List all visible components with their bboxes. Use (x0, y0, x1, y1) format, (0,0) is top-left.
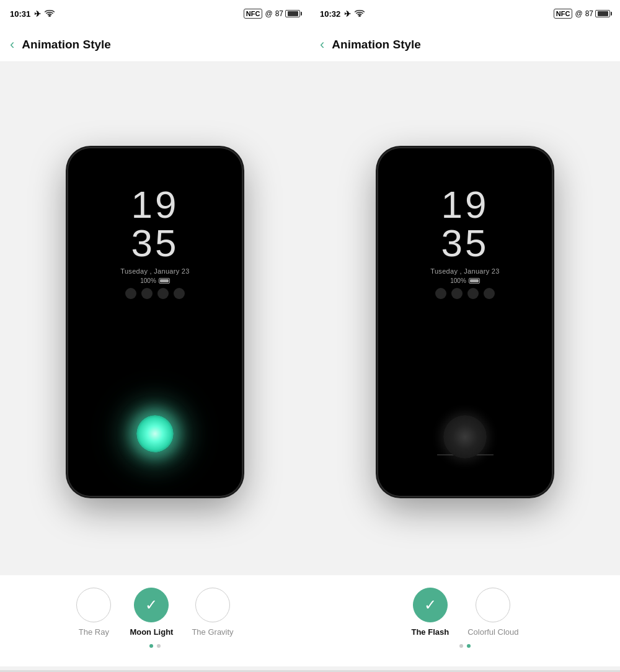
wifi-icon-left (45, 9, 55, 19)
wifi-icon-right (355, 9, 365, 19)
phone-min-left: 35 (131, 224, 179, 262)
phone-date-left: Tuseday , January 23 (120, 267, 189, 275)
airplane-icon-right: ✈ (344, 9, 351, 19)
nfc-badge-left: NFC (244, 9, 263, 19)
option-circle-ray (76, 588, 111, 622)
option-circle-gravity (195, 588, 230, 622)
status-left: 10:31 ✈ (10, 9, 55, 19)
option-ray[interactable]: The Ray (76, 588, 111, 637)
nfc-badge-right: NFC (554, 9, 573, 19)
option-label-colorful: Colorful Cloud (467, 627, 518, 637)
time-right: 10:32 (320, 9, 340, 19)
phone-hour-right: 19 (441, 186, 489, 224)
panel-right: 10:32 ✈ NFC @ 87 (310, 0, 620, 672)
phone-screen-left: 19 35 Tuseday , January 23 100% (68, 148, 242, 496)
status-right-right: NFC @ 87 (554, 9, 610, 19)
flash-orb-animation (443, 415, 487, 459)
at-icon-left: @ (265, 9, 272, 18)
header-right: ‹ Animation Style (310, 27, 620, 62)
option-gravity[interactable]: The Gravity (192, 588, 233, 637)
phone-hour-left: 19 (131, 186, 179, 224)
preview-area-right: 19 35 Tuseday , January 23 100% (310, 62, 620, 575)
option-label-moonlight: Moon Light (130, 627, 173, 637)
dots-left (149, 644, 161, 648)
option-circle-flash: ✓ (413, 588, 448, 622)
preview-area-left: 19 35 Tuseday , January 23 100% (0, 62, 310, 575)
header-left: ‹ Animation Style (0, 27, 310, 62)
phone-screen-right: 19 35 Tuseday , January 23 100% (378, 148, 552, 496)
status-left-right: 10:32 ✈ (320, 9, 365, 19)
time-left: 10:31 (10, 9, 30, 19)
at-icon-right: @ (575, 9, 582, 18)
status-bar-left: 10:31 ✈ NFC @ 87 (0, 0, 310, 27)
phone-mockup-left: 19 35 Tuseday , January 23 100% (68, 148, 242, 496)
back-button-right[interactable]: ‹ (320, 37, 324, 53)
options-row-left: The Ray ✓ Moon Light The Gravity (0, 588, 310, 637)
option-label-ray: The Ray (79, 627, 109, 637)
battery-left: 87 (275, 9, 300, 18)
status-right-left: NFC @ 87 (244, 9, 300, 19)
panel-left: 10:31 ✈ NFC @ 87 (0, 0, 310, 672)
battery-right: 87 (585, 9, 610, 18)
selection-area-right: ✓ The Flash Colorful Cloud (310, 575, 620, 666)
option-circle-colorful (476, 588, 510, 622)
phone-mockup-right: 19 35 Tuseday , January 23 100% (378, 148, 552, 496)
dot-2-left (157, 644, 161, 648)
back-button-left[interactable]: ‹ (10, 37, 14, 53)
option-moonlight[interactable]: ✓ Moon Light (130, 588, 173, 637)
dots-right (459, 644, 471, 648)
option-colorful[interactable]: Colorful Cloud (467, 588, 518, 637)
page-title-left: Animation Style (22, 38, 111, 52)
dot-2-right (467, 644, 471, 648)
page-title-right: Animation Style (332, 38, 421, 52)
svg-point-0 (49, 15, 50, 16)
phone-notifs-right (435, 288, 495, 299)
option-label-gravity: The Gravity (192, 627, 233, 637)
airplane-icon-left: ✈ (34, 9, 41, 19)
selection-area-left: The Ray ✓ Moon Light The Gravity (0, 575, 310, 666)
moon-orb-animation (136, 415, 174, 452)
status-bar-right: 10:32 ✈ NFC @ 87 (310, 0, 620, 27)
option-circle-moonlight: ✓ (134, 588, 169, 622)
phone-notifs-left (125, 288, 185, 299)
options-row-right: ✓ The Flash Colorful Cloud (310, 588, 620, 637)
phone-battery-right: 100% (450, 277, 480, 284)
dot-1-left (149, 644, 153, 648)
option-flash[interactable]: ✓ The Flash (411, 588, 449, 637)
svg-point-1 (359, 15, 360, 16)
option-label-flash: The Flash (411, 627, 449, 637)
check-icon-moonlight: ✓ (145, 596, 157, 614)
phone-min-right: 35 (441, 224, 489, 262)
check-icon-flash: ✓ (424, 596, 436, 614)
phone-battery-left: 100% (140, 277, 170, 284)
phone-date-right: Tuseday , January 23 (430, 267, 499, 275)
dot-1-right (459, 644, 463, 648)
